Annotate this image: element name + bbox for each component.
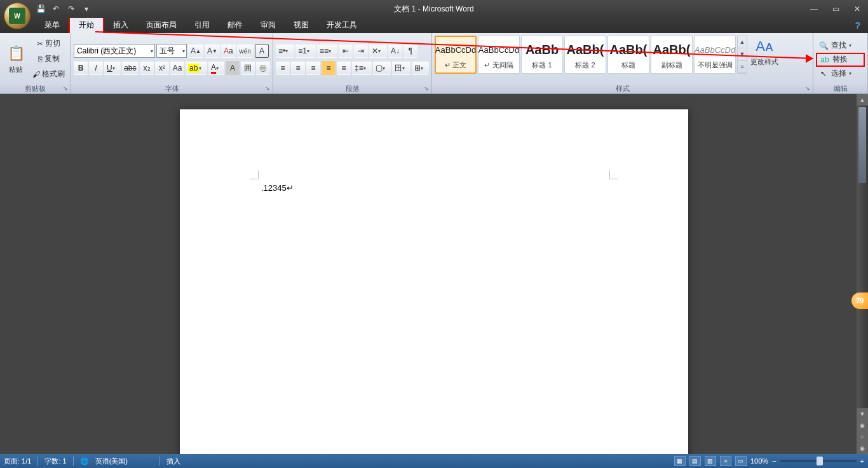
tab-view[interactable]: 视图	[285, 17, 318, 33]
numbering-button[interactable]: ≡1▾	[295, 44, 316, 58]
subscript-button[interactable]: x₂	[140, 61, 154, 75]
cut-button[interactable]: ✂ 剪切	[31, 37, 67, 51]
prev-page-icon[interactable]: ◉	[857, 420, 868, 431]
line-spacing-button[interactable]: ‡≡▾	[352, 61, 372, 75]
styles-launcher-icon[interactable]: ↘	[804, 85, 811, 92]
word-count[interactable]: 字数: 1	[44, 457, 66, 466]
web-layout-view-icon[interactable]: ▥	[705, 456, 716, 466]
gallery-more-icon[interactable]: ≡	[738, 61, 747, 73]
underline-button[interactable]: U▾	[104, 61, 121, 75]
bold-button[interactable]: B	[74, 61, 88, 75]
scroll-down-icon[interactable]: ▼	[857, 408, 868, 420]
save-icon[interactable]: 💾	[36, 4, 46, 14]
zoom-slider[interactable]	[780, 460, 857, 462]
align-center-button[interactable]: ≡	[291, 61, 305, 75]
browse-object-icon[interactable]: ○	[857, 431, 868, 443]
zoom-in-button[interactable]: +	[860, 457, 864, 465]
language-indicator[interactable]: 英语(美国)	[95, 457, 128, 466]
align-distribute-button[interactable]: ≡	[337, 61, 351, 75]
phonetic-button[interactable]: wén	[237, 44, 254, 58]
grow-font-button[interactable]: A▲	[188, 44, 203, 58]
style-gallery-nav[interactable]: ▲ ▼ ≡	[737, 36, 747, 74]
change-case-button[interactable]: Aa	[170, 61, 184, 75]
char-box-button[interactable]: 囲	[241, 61, 255, 75]
tab-insert[interactable]: 插入	[104, 17, 137, 33]
paragraph-launcher-icon[interactable]: ↘	[423, 85, 430, 92]
office-button[interactable]: W	[4, 3, 31, 29]
char-border-button[interactable]: A	[255, 44, 269, 58]
bullets-button[interactable]: ≡•▾	[276, 44, 294, 58]
shrink-font-button[interactable]: A▼	[205, 44, 220, 58]
font-launcher-icon[interactable]: ↘	[264, 85, 271, 92]
indent-right-button[interactable]: ⇥	[354, 44, 368, 58]
undo-icon[interactable]: ↶	[51, 4, 61, 14]
minimize-button[interactable]: —	[803, 3, 825, 15]
tab-review[interactable]: 审阅	[252, 17, 285, 33]
font-size-combo[interactable]: 五号▾	[156, 44, 187, 58]
paste-button[interactable]: 📋 粘贴	[3, 34, 29, 83]
maximize-button[interactable]: ▭	[825, 3, 846, 15]
gallery-up-icon[interactable]: ▲	[738, 36, 747, 48]
style-item-6[interactable]: AaBbCcDd不明显强调	[694, 36, 736, 74]
clipboard-launcher-icon[interactable]: ↘	[62, 85, 69, 92]
style-item-4[interactable]: AaBb(标题	[607, 36, 649, 74]
tab-page-layout[interactable]: 页面布局	[137, 17, 186, 33]
outline-view-icon[interactable]: ≡	[720, 456, 731, 466]
style-item-1[interactable]: AaBbCcDd↵ 无间隔	[478, 36, 520, 74]
borders-button[interactable]: 田▾	[392, 61, 410, 75]
align-left-button[interactable]: ≡	[276, 61, 290, 75]
multilevel-button[interactable]: ≡≡▾	[317, 44, 337, 58]
tab-menu[interactable]: 菜单	[36, 17, 69, 33]
assist-badge[interactable]: 79	[851, 292, 868, 309]
zoom-level[interactable]: 100%	[750, 457, 768, 465]
asian-layout-button[interactable]: ✕▾	[369, 44, 387, 58]
italic-button[interactable]: I	[89, 61, 103, 75]
document-area[interactable]: .12345↵	[0, 94, 868, 454]
strikethrough-button[interactable]: abc	[122, 61, 139, 75]
page-indicator[interactable]: 页面: 1/1	[4, 457, 31, 466]
change-styles-button[interactable]: Aᴀ 更改样式	[749, 36, 780, 66]
tab-mailings[interactable]: 邮件	[219, 17, 252, 33]
style-item-0[interactable]: AaBbCcDd↵ 正文	[435, 36, 477, 74]
redo-icon[interactable]: ↷	[66, 4, 76, 14]
align-right-button[interactable]: ≡	[306, 61, 320, 75]
print-layout-view-icon[interactable]: ▦	[674, 456, 686, 466]
style-item-5[interactable]: AaBb(副标题	[651, 36, 693, 74]
help-icon[interactable]: ?	[855, 20, 860, 31]
tab-developer[interactable]: 开发工具	[318, 17, 366, 33]
scroll-thumb[interactable]	[858, 107, 866, 183]
sort-button[interactable]: A↓	[388, 44, 402, 58]
tabs-button[interactable]: ⊞▾	[412, 61, 429, 75]
style-item-2[interactable]: AaBb标题 1	[521, 36, 563, 74]
next-page-icon[interactable]: ◉	[857, 443, 868, 454]
draft-view-icon[interactable]: ▭	[735, 456, 747, 466]
enclose-char-button[interactable]: ㊕	[256, 61, 270, 75]
page[interactable]: .12345↵	[180, 109, 688, 454]
char-shading-button[interactable]: A	[226, 61, 240, 75]
qat-more-icon[interactable]: ▾	[81, 4, 92, 14]
style-item-3[interactable]: AaBb(标题 2	[564, 36, 606, 74]
copy-button[interactable]: ⎘ 复制	[31, 52, 67, 66]
indent-left-button[interactable]: ⇤	[339, 44, 353, 58]
tab-home[interactable]: 开始	[69, 16, 104, 33]
insert-mode[interactable]: 插入	[166, 457, 180, 466]
zoom-out-button[interactable]: −	[772, 457, 776, 465]
highlight-button[interactable]: ab▾	[186, 61, 207, 75]
close-button[interactable]: ✕	[846, 3, 868, 15]
align-justify-button[interactable]: ≡	[322, 61, 336, 75]
format-painter-button[interactable]: 🖌 格式刷	[31, 67, 67, 81]
clear-format-button[interactable]: Aa	[221, 44, 236, 58]
vertical-scrollbar[interactable]: ▲ ▼ ◉ ○ ◉	[857, 94, 868, 454]
scroll-up-icon[interactable]: ▲	[857, 94, 868, 106]
shading-button[interactable]: ▢▾	[373, 61, 391, 75]
full-screen-view-icon[interactable]: ▤	[689, 456, 701, 466]
show-marks-button[interactable]: ¶	[403, 44, 417, 58]
font-name-combo[interactable]: Calibri (西文正文)▾	[74, 44, 155, 58]
font-color-button[interactable]: A▾	[208, 61, 224, 75]
find-button[interactable]: 🔍 查找▾	[816, 39, 865, 53]
select-button[interactable]: ↖ 选择▾	[816, 67, 865, 81]
document-text[interactable]: .12345↵	[261, 183, 294, 193]
replace-button[interactable]: ab 替换	[816, 53, 865, 67]
tab-references[interactable]: 引用	[186, 17, 219, 33]
superscript-button[interactable]: x²	[155, 61, 169, 75]
